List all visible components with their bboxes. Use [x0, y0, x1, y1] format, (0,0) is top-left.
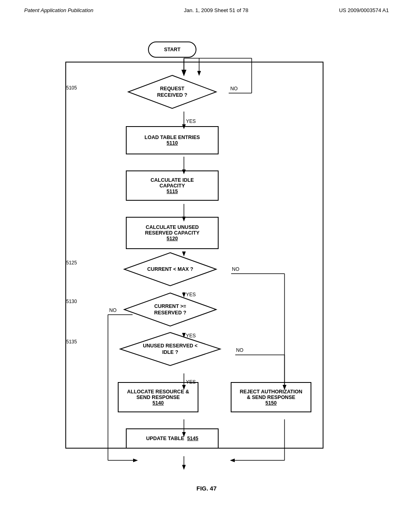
update-table-node: UPDATE TABLE 5145 — [126, 428, 219, 449]
start-node: START — [148, 42, 196, 58]
allocate-node: ALLOCATE RESOURCE &SEND RESPONSE5140 — [118, 382, 198, 412]
header-publication: Patent Application Publication — [24, 7, 94, 13]
reject-node: REJECT AUTHORIZATION& SEND RESPONSE5150 — [231, 382, 311, 412]
figure-caption: FIG. 47 — [0, 485, 413, 492]
label-5135: 5135 — [66, 339, 77, 345]
calc-idle-node: CALCULATE IDLECAPACITY5115 — [126, 170, 219, 201]
calc-unused-node: CALCULATE UNUSEDRESERVED CAPACITY5120 — [126, 217, 219, 249]
current-max-node: CURRENT < MAX ? — [122, 251, 219, 287]
label-5125: 5125 — [66, 260, 77, 266]
label-5105: 5105 — [66, 85, 77, 91]
header-patent-number: US 2009/0003574 A1 — [339, 7, 389, 13]
load-table-node: LOAD TABLE ENTRIES5110 — [126, 126, 219, 154]
header-date-sheet: Jan. 1, 2009 Sheet 51 of 78 — [184, 7, 248, 13]
current-reserved-node: CURRENT >=RESERVED ? — [122, 291, 219, 328]
flowchart-diagram: START 5105 REQUESTRECEIVED ? LOAD TABLE … — [33, 25, 380, 477]
page-header: Patent Application Publication Jan. 1, 2… — [0, 0, 413, 17]
request-received-node: REQUESTRECEIVED ? — [126, 74, 219, 110]
unused-idle-node: UNUSED RESERVED <IDLE ? — [118, 331, 223, 367]
label-5130: 5130 — [66, 299, 77, 304]
